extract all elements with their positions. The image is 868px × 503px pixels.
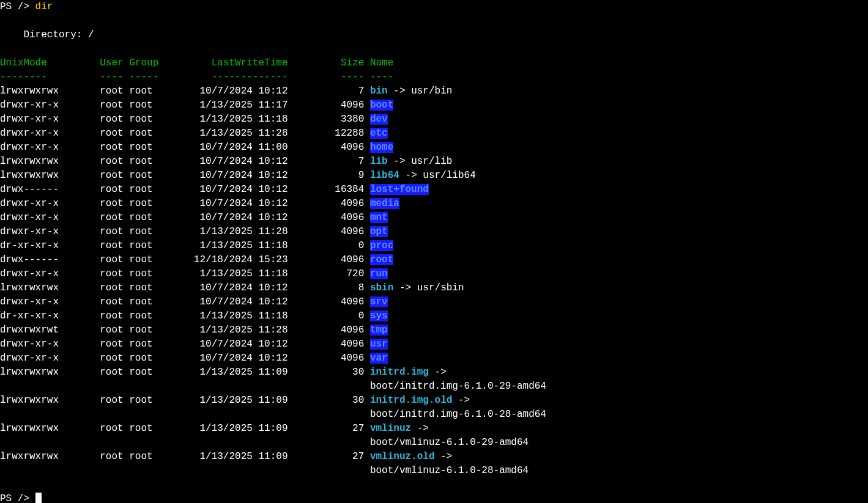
listing-row: drwxr-xr-x root root 1/13/2025 11:18 720… (0, 267, 868, 281)
symlink-target: -> usr/bin (388, 86, 453, 97)
listing-row: lrwxrwxrwx root root 10/7/2024 10:12 7 b… (0, 84, 868, 98)
directory-header: Directory: / (0, 28, 868, 42)
file-name: mnt (370, 212, 388, 223)
row-meta: drwxr-xr-x root root 1/13/2025 11:28 409… (0, 226, 370, 237)
row-meta: dr-xr-xr-x root root 1/13/2025 11:18 0 (0, 310, 370, 321)
listing-row: lrwxrwxrwx root root 10/7/2024 10:12 9 l… (0, 169, 868, 183)
row-meta: lrwxrwxrwx root root 10/7/2024 10:12 9 (0, 170, 370, 181)
file-name: usr (370, 339, 388, 350)
file-name: sbin (370, 282, 393, 293)
row-meta: drwxr-xr-x root root 10/7/2024 10:12 409… (0, 198, 370, 209)
listing-row: lrwxrwxrwx root root 1/13/2025 11:09 30 … (0, 365, 868, 380)
prompt-line-ready[interactable]: PS /> (0, 492, 868, 503)
symlink-target: -> usr/lib (388, 156, 453, 167)
file-name: sys (370, 310, 388, 321)
row-meta: drwxr-xr-x root root 10/7/2024 10:12 409… (0, 353, 370, 364)
symlink-target: -> usr/lib64 (399, 170, 476, 181)
row-meta: lrwxrwxrwx root root 10/7/2024 10:12 7 (0, 86, 370, 97)
listing-row-wrap: boot/vmlinuz-6.1.0-29-amd64 (0, 436, 868, 450)
cursor[interactable] (35, 493, 42, 503)
row-meta: lrwxrwxrwx root root 10/7/2024 10:12 8 (0, 282, 370, 293)
row-meta: lrwxrwxrwx root root 1/13/2025 11:09 27 (0, 451, 370, 462)
symlink-target-wrap: boot/vmlinuz-6.1.0-28-amd64 (0, 465, 529, 476)
file-name: vmlinuz (370, 423, 411, 434)
symlink-target-wrap: boot/initrd.img-6.1.0-28-amd64 (0, 409, 546, 420)
file-name: lost+found (370, 184, 429, 195)
file-name: lib64 (370, 170, 399, 181)
row-meta: lrwxrwxrwx root root 1/13/2025 11:09 27 (0, 423, 370, 434)
row-meta: drwx------ root root 12/18/2024 15:23 40… (0, 254, 370, 265)
file-name: vmlinuz.old (370, 451, 435, 462)
symlink-target: -> (429, 367, 447, 378)
listing-row-wrap: boot/initrd.img-6.1.0-29-amd64 (0, 380, 868, 394)
column-dashes-row: -------- ---- ----- ------------- ---- -… (0, 70, 868, 84)
file-name: var (370, 353, 388, 364)
column-dashes: -------- ---- ----- ------------- ---- -… (0, 72, 393, 83)
file-name: home (370, 142, 393, 153)
row-meta: drwxr-xr-x root root 10/7/2024 10:12 409… (0, 339, 370, 350)
column-header-row: UnixMode User Group LastWriteTime Size N… (0, 56, 868, 70)
listing-row: drwxr-xr-x root root 1/13/2025 11:28 409… (0, 225, 868, 239)
listing-row: lrwxrwxrwx root root 10/7/2024 10:12 7 l… (0, 155, 868, 169)
listing-row: lrwxrwxrwx root root 10/7/2024 10:12 8 s… (0, 281, 868, 295)
file-name: opt (370, 226, 388, 237)
file-name: root (370, 254, 393, 265)
row-meta: drwxr-xr-x root root 1/13/2025 11:18 720 (0, 268, 370, 279)
row-meta: drwxr-xr-x root root 1/13/2025 11:18 338… (0, 114, 370, 125)
listing-row: drwxr-xr-x root root 1/13/2025 11:28 122… (0, 127, 868, 141)
file-name: boot (370, 100, 393, 111)
listing-row: drwxr-xr-x root root 10/7/2024 10:12 409… (0, 197, 868, 211)
row-meta: drwxrwxrwt root root 1/13/2025 11:28 409… (0, 325, 370, 336)
symlink-target-wrap: boot/vmlinuz-6.1.0-29-amd64 (0, 437, 529, 448)
listing-row: drwxr-xr-x root root 10/7/2024 10:12 409… (0, 211, 868, 225)
listing-row: dr-xr-xr-x root root 1/13/2025 11:18 0 s… (0, 309, 868, 323)
listing-row: drwxrwxrwt root root 1/13/2025 11:28 409… (0, 323, 868, 337)
listing-row-wrap: boot/vmlinuz-6.1.0-28-amd64 (0, 464, 868, 478)
listing-row: drwxr-xr-x root root 10/7/2024 10:12 409… (0, 337, 868, 351)
listing-row: drwx------ root root 10/7/2024 10:12 163… (0, 183, 868, 197)
symlink-target: -> (435, 451, 453, 462)
terminal-output[interactable]: PS /> dir Directory: / UnixMode User Gro… (0, 0, 868, 503)
symlink-target: -> (411, 423, 429, 434)
symlink-target: -> usr/sbin (393, 282, 464, 293)
row-meta: drwxr-xr-x root root 10/7/2024 10:12 409… (0, 212, 370, 223)
row-meta: drwxr-xr-x root root 1/13/2025 11:17 409… (0, 100, 370, 111)
file-name: tmp (370, 325, 388, 336)
command-text: dir (35, 1, 53, 12)
listing-row: lrwxrwxrwx root root 1/13/2025 11:09 27 … (0, 422, 868, 436)
row-meta: drwxr-xr-x root root 10/7/2024 11:00 409… (0, 142, 370, 153)
file-name: initrd.img.old (370, 395, 452, 406)
file-name: srv (370, 296, 388, 307)
column-headers: UnixMode User Group LastWriteTime Size N… (0, 57, 393, 68)
file-name: run (370, 268, 388, 279)
row-meta: drwxr-xr-x root root 10/7/2024 10:12 409… (0, 296, 370, 307)
listing-row: lrwxrwxrwx root root 1/13/2025 11:09 27 … (0, 450, 868, 464)
prompt-line: PS /> dir (0, 0, 868, 14)
symlink-target: -> (452, 395, 470, 406)
prompt-prefix: PS /> (0, 1, 35, 12)
row-meta: dr-xr-xr-x root root 1/13/2025 11:18 0 (0, 240, 370, 251)
symlink-target-wrap: boot/initrd.img-6.1.0-29-amd64 (0, 381, 546, 392)
file-name: dev (370, 114, 388, 125)
listing-row-wrap: boot/initrd.img-6.1.0-28-amd64 (0, 408, 868, 422)
listing-row: drwxr-xr-x root root 10/7/2024 10:12 409… (0, 295, 868, 309)
listing-row: drwxr-xr-x root root 10/7/2024 11:00 409… (0, 141, 868, 155)
file-name: etc (370, 128, 388, 139)
prompt-prefix-2: PS /> (0, 493, 35, 503)
file-name: bin (370, 86, 388, 97)
listing-row: drwx------ root root 12/18/2024 15:23 40… (0, 253, 868, 267)
file-name: proc (370, 240, 393, 251)
file-name: media (370, 198, 399, 209)
listing-row: drwxr-xr-x root root 10/7/2024 10:12 409… (0, 351, 868, 365)
listing-row: dr-xr-xr-x root root 1/13/2025 11:18 0 p… (0, 239, 868, 253)
listing-row: lrwxrwxrwx root root 1/13/2025 11:09 30 … (0, 394, 868, 408)
file-name: initrd.img (370, 367, 429, 378)
row-meta: lrwxrwxrwx root root 1/13/2025 11:09 30 (0, 395, 370, 406)
row-meta: lrwxrwxrwx root root 1/13/2025 11:09 30 (0, 367, 370, 378)
row-meta: drwxr-xr-x root root 1/13/2025 11:28 122… (0, 128, 370, 139)
file-name: lib (370, 156, 388, 167)
listing-row: drwxr-xr-x root root 1/13/2025 11:17 409… (0, 98, 868, 112)
row-meta: drwx------ root root 10/7/2024 10:12 163… (0, 184, 370, 195)
row-meta: lrwxrwxrwx root root 10/7/2024 10:12 7 (0, 156, 370, 167)
listing-row: drwxr-xr-x root root 1/13/2025 11:18 338… (0, 112, 868, 127)
